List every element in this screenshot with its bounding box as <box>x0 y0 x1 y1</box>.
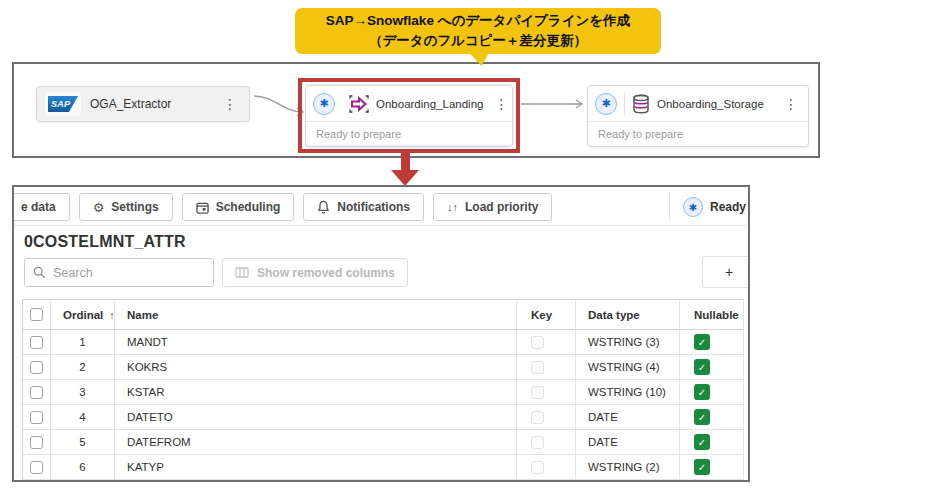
column-header-ordinal[interactable]: Ordinal ↑ <box>51 300 115 330</box>
nullable-cell[interactable]: ✓ <box>680 455 744 480</box>
ordinal-cell: 1 <box>51 330 115 355</box>
datatype-cell: WSTRING (10) <box>576 380 680 405</box>
row-select-cell[interactable] <box>23 455 51 480</box>
nullable-checkbox[interactable]: ✓ <box>694 359 710 375</box>
row-checkbox[interactable] <box>30 336 43 349</box>
nullable-checkbox[interactable]: ✓ <box>694 434 710 450</box>
gear-icon: ⚙ <box>93 200 105 215</box>
tab-load-priority[interactable]: ↓↑ Load priority <box>433 193 552 221</box>
name-cell: KSTAR <box>115 380 517 405</box>
row-checkbox[interactable] <box>30 386 43 399</box>
row-select-cell[interactable] <box>23 330 51 355</box>
add-columns-button[interactable]: + A <box>702 256 750 288</box>
node-status-text: Ready to prepare <box>588 121 808 146</box>
name-cell: DATETO <box>115 405 517 430</box>
tab-source-data[interactable]: e data <box>12 193 70 221</box>
row-checkbox[interactable] <box>30 461 43 474</box>
nullable-cell[interactable]: ✓ <box>680 355 744 380</box>
datatype-cell: DATE <box>576 405 680 430</box>
connector-line <box>519 98 589 110</box>
key-checkbox[interactable] <box>531 386 544 399</box>
column-header-datatype: Data type <box>576 300 680 330</box>
name-cell: MANDT <box>115 330 517 355</box>
column-header-name: Name <box>115 300 517 330</box>
nullable-cell[interactable]: ✓ <box>680 330 744 355</box>
column-header-key: Key <box>517 300 576 330</box>
key-checkbox[interactable] <box>531 361 544 374</box>
datatype-cell: WSTRING (3) <box>576 330 680 355</box>
pipeline-canvas: SAP OGA_Extractor ⋮ ✱ Onboarding_Landing… <box>12 62 820 158</box>
tab-settings[interactable]: ⚙ Settings <box>79 193 173 221</box>
dataset-detail-panel: e data ⚙ Settings Scheduling Notificatio… <box>12 185 750 482</box>
table-columns-icon <box>235 267 249 278</box>
ordinal-cell: 6 <box>51 455 115 480</box>
name-cell: DATEFROM <box>115 430 517 455</box>
dataset-status-badge: ✱ Ready <box>669 192 746 222</box>
annotation-callout: SAP→Snowflake へのデータパイプラインを作成 （データのフルコピー＋… <box>295 8 661 54</box>
check-icon: ✓ <box>698 412 706 423</box>
node-label: Onboarding_Storage <box>657 98 764 110</box>
status-label: Ready <box>710 200 746 214</box>
key-checkbox[interactable] <box>531 411 544 424</box>
columns-table: Ordinal ↑ Name Key Data type Nullable 1 … <box>22 299 744 480</box>
kebab-menu-icon[interactable]: ⋮ <box>219 95 241 113</box>
nullable-cell[interactable]: ✓ <box>680 405 744 430</box>
tab-bar: e data ⚙ Settings Scheduling Notificatio… <box>14 192 748 222</box>
key-cell[interactable] <box>517 430 576 455</box>
check-icon: ✓ <box>698 437 706 448</box>
key-checkbox[interactable] <box>531 336 544 349</box>
key-cell[interactable] <box>517 405 576 430</box>
nullable-checkbox[interactable]: ✓ <box>694 334 710 350</box>
row-select-cell[interactable] <box>23 380 51 405</box>
ordinal-cell: 3 <box>51 380 115 405</box>
storage-dataset-icon <box>632 94 650 114</box>
show-removed-columns-button[interactable]: Show removed columns <box>222 258 408 287</box>
datatype-cell: WSTRING (2) <box>576 455 680 480</box>
nullable-cell[interactable]: ✓ <box>680 380 744 405</box>
check-icon: ✓ <box>698 362 706 373</box>
sort-ascending-icon: ↑ <box>109 309 115 321</box>
nullable-checkbox[interactable]: ✓ <box>694 384 710 400</box>
key-cell[interactable] <box>517 330 576 355</box>
check-icon: ✓ <box>698 387 706 398</box>
ready-status-icon: ✱ <box>595 93 617 115</box>
callout-line-1: SAP→Snowflake へのデータパイプラインを作成 <box>326 11 630 31</box>
select-all-checkbox-cell[interactable] <box>23 300 51 330</box>
key-checkbox[interactable] <box>531 436 544 449</box>
node-onboarding-storage[interactable]: ✱ Onboarding_Storage ⋮ Ready to prepare <box>587 85 809 147</box>
divider <box>624 92 625 116</box>
row-checkbox[interactable] <box>30 436 43 449</box>
ordinal-cell: 4 <box>51 405 115 430</box>
tab-notifications[interactable]: Notifications <box>303 193 424 221</box>
row-select-cell[interactable] <box>23 430 51 455</box>
key-checkbox[interactable] <box>531 461 544 474</box>
nullable-cell[interactable]: ✓ <box>680 430 744 455</box>
key-cell[interactable] <box>517 380 576 405</box>
ready-status-icon: ✱ <box>683 197 703 217</box>
calendar-icon <box>196 201 209 214</box>
select-all-checkbox[interactable] <box>30 308 43 321</box>
key-cell[interactable] <box>517 455 576 480</box>
node-sap-extractor[interactable]: SAP OGA_Extractor ⋮ <box>36 86 250 122</box>
row-checkbox[interactable] <box>30 411 43 424</box>
callout-line-2: （データのフルコピー＋差分更新） <box>369 31 587 51</box>
ordinal-cell: 5 <box>51 430 115 455</box>
check-icon: ✓ <box>698 462 706 473</box>
name-cell: KATYP <box>115 455 517 480</box>
dataset-title: 0COSTELMNT_ATTR <box>24 233 186 251</box>
row-checkbox[interactable] <box>30 361 43 374</box>
kebab-menu-icon[interactable]: ⋮ <box>780 95 802 113</box>
search-icon <box>33 266 46 279</box>
row-select-cell[interactable] <box>23 405 51 430</box>
tab-scheduling[interactable]: Scheduling <box>182 193 295 221</box>
row-select-cell[interactable] <box>23 355 51 380</box>
key-cell[interactable] <box>517 355 576 380</box>
callout-tail <box>466 52 490 66</box>
search-input[interactable] <box>53 266 205 280</box>
node-label: OGA_Extractor <box>90 97 171 111</box>
nullable-checkbox[interactable]: ✓ <box>694 459 710 475</box>
search-box[interactable] <box>24 258 214 287</box>
divider <box>14 225 748 226</box>
highlight-box <box>298 78 520 153</box>
nullable-checkbox[interactable]: ✓ <box>694 409 710 425</box>
